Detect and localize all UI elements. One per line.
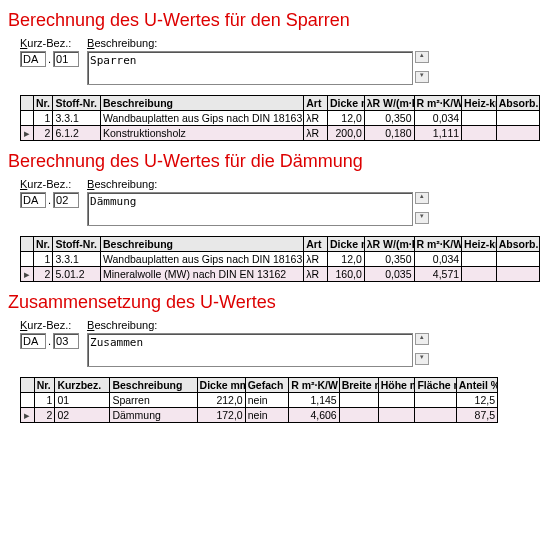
col-absorb[interactable]: Absorb. Schicht: [496, 237, 539, 252]
cell-beschreibung[interactable]: Sparren: [110, 393, 197, 408]
cell-nr[interactable]: 2: [34, 408, 55, 423]
cell-stoffnr[interactable]: 3.3.1: [53, 111, 101, 126]
col-r[interactable]: R m²·K/W: [289, 378, 339, 393]
table-row[interactable]: ▸25.01.2Mineralwolle (MW) nach DIN EN 13…: [21, 267, 540, 282]
col-beschreibung[interactable]: Beschreibung: [100, 96, 303, 111]
col-flaeche[interactable]: Fläche m²: [415, 378, 456, 393]
cell-art[interactable]: λR: [304, 126, 328, 141]
cell-stoffnr[interactable]: 5.01.2: [53, 267, 101, 282]
col-beschreibung[interactable]: Beschreibung: [100, 237, 303, 252]
cell-breite[interactable]: [339, 408, 378, 423]
col-dicke[interactable]: Dicke mm: [197, 378, 245, 393]
cell-kurzbez[interactable]: 02: [55, 408, 110, 423]
cell-beschreibung[interactable]: Wandbauplatten aus Gips nach DIN 18163, …: [100, 252, 303, 267]
cell-lambda[interactable]: 0,180: [364, 126, 414, 141]
col-kurzbez[interactable]: Kurzbez.: [55, 378, 110, 393]
spin-up-icon[interactable]: ▴: [415, 51, 429, 63]
cell-heizkreis[interactable]: [462, 252, 497, 267]
col-beschreibung[interactable]: Beschreibung: [110, 378, 197, 393]
spin-down-icon[interactable]: ▾: [415, 353, 429, 365]
kurz-num-input[interactable]: [53, 333, 79, 349]
col-heizkreis[interactable]: Heiz-kreis: [462, 237, 497, 252]
cell-beschreibung[interactable]: Dämmung: [110, 408, 197, 423]
cell-anteil[interactable]: 12,5: [456, 393, 497, 408]
col-anteil[interactable]: Anteil %: [456, 378, 497, 393]
cell-absorb[interactable]: [496, 126, 539, 141]
cell-nr[interactable]: 1: [33, 111, 52, 126]
cell-flaeche[interactable]: [415, 408, 456, 423]
cell-r[interactable]: 0,034: [414, 252, 462, 267]
col-stoffnr[interactable]: Stoff-Nr.: [53, 96, 101, 111]
kurz-prefix-input[interactable]: [20, 51, 46, 67]
col-lambda[interactable]: λR W/(m·K): [364, 237, 414, 252]
cell-heizkreis[interactable]: [462, 111, 497, 126]
cell-nr[interactable]: 2: [33, 267, 52, 282]
cell-absorb[interactable]: [496, 267, 539, 282]
table-row[interactable]: 13.3.1Wandbauplatten aus Gips nach DIN 1…: [21, 111, 540, 126]
cell-lambda[interactable]: 0,035: [364, 267, 414, 282]
col-art[interactable]: Art: [304, 96, 328, 111]
table-row[interactable]: ▸202Dämmung172,0nein4,60687,5: [21, 408, 498, 423]
col-heizkreis[interactable]: Heiz-kreis: [462, 96, 497, 111]
kurz-prefix-input[interactable]: [20, 333, 46, 349]
beschreibung-textarea[interactable]: Sparren: [87, 51, 413, 85]
spin-up-icon[interactable]: ▴: [415, 333, 429, 345]
cell-heizkreis[interactable]: [462, 267, 497, 282]
cell-art[interactable]: λR: [304, 267, 328, 282]
cell-r[interactable]: 4,606: [289, 408, 339, 423]
cell-nr[interactable]: 1: [34, 393, 55, 408]
cell-art[interactable]: λR: [304, 111, 328, 126]
cell-beschreibung[interactable]: Mineralwolle (MW) nach DIN EN 13162: [100, 267, 303, 282]
cell-stoffnr[interactable]: 3.3.1: [53, 252, 101, 267]
col-dicke[interactable]: Dicke mm: [328, 96, 365, 111]
cell-kurzbez[interactable]: 01: [55, 393, 110, 408]
table-row[interactable]: ▸26.1.2KonstruktionsholzλR200,00,1801,11…: [21, 126, 540, 141]
cell-nr[interactable]: 2: [33, 126, 52, 141]
kurz-num-input[interactable]: [53, 51, 79, 67]
col-r[interactable]: R m²·K/W: [414, 237, 462, 252]
cell-art[interactable]: λR: [304, 252, 328, 267]
cell-gefach[interactable]: nein: [245, 408, 289, 423]
cell-hoehe[interactable]: [378, 393, 415, 408]
table-row[interactable]: 101Sparren212,0nein1,14512,5: [21, 393, 498, 408]
cell-heizkreis[interactable]: [462, 126, 497, 141]
cell-breite[interactable]: [339, 393, 378, 408]
col-nr[interactable]: Nr.: [33, 237, 52, 252]
col-nr[interactable]: Nr.: [34, 378, 55, 393]
cell-beschreibung[interactable]: Wandbauplatten aus Gips nach DIN 18163, …: [100, 111, 303, 126]
col-breite[interactable]: Breite m: [339, 378, 378, 393]
spin-down-icon[interactable]: ▾: [415, 212, 429, 224]
col-r[interactable]: R m²·K/W: [414, 96, 462, 111]
cell-dicke[interactable]: 172,0: [197, 408, 245, 423]
cell-lambda[interactable]: 0,350: [364, 252, 414, 267]
spin-up-icon[interactable]: ▴: [415, 192, 429, 204]
col-stoffnr[interactable]: Stoff-Nr.: [53, 237, 101, 252]
col-hoehe[interactable]: Höhe m: [378, 378, 415, 393]
cell-dicke[interactable]: 12,0: [328, 111, 365, 126]
spin-down-icon[interactable]: ▾: [415, 71, 429, 83]
kurz-prefix-input[interactable]: [20, 192, 46, 208]
cell-r[interactable]: 1,111: [414, 126, 462, 141]
cell-dicke[interactable]: 12,0: [328, 252, 365, 267]
cell-absorb[interactable]: [496, 111, 539, 126]
cell-dicke[interactable]: 160,0: [328, 267, 365, 282]
cell-anteil[interactable]: 87,5: [456, 408, 497, 423]
kurz-num-input[interactable]: [53, 192, 79, 208]
col-lambda[interactable]: λR W/(m·K): [364, 96, 414, 111]
cell-stoffnr[interactable]: 6.1.2: [53, 126, 101, 141]
cell-dicke[interactable]: 212,0: [197, 393, 245, 408]
cell-beschreibung[interactable]: Konstruktionsholz: [100, 126, 303, 141]
col-gefach[interactable]: Gefach: [245, 378, 289, 393]
col-absorb[interactable]: Absorb. Schicht: [496, 96, 539, 111]
cell-absorb[interactable]: [496, 252, 539, 267]
cell-r[interactable]: 0,034: [414, 111, 462, 126]
beschreibung-textarea[interactable]: Zusammen: [87, 333, 413, 367]
col-dicke[interactable]: Dicke mm: [328, 237, 365, 252]
cell-r[interactable]: 4,571: [414, 267, 462, 282]
cell-flaeche[interactable]: [415, 393, 456, 408]
cell-dicke[interactable]: 200,0: [328, 126, 365, 141]
cell-lambda[interactable]: 0,350: [364, 111, 414, 126]
table-row[interactable]: 13.3.1Wandbauplatten aus Gips nach DIN 1…: [21, 252, 540, 267]
beschreibung-textarea[interactable]: Dämmung: [87, 192, 413, 226]
col-art[interactable]: Art: [304, 237, 328, 252]
